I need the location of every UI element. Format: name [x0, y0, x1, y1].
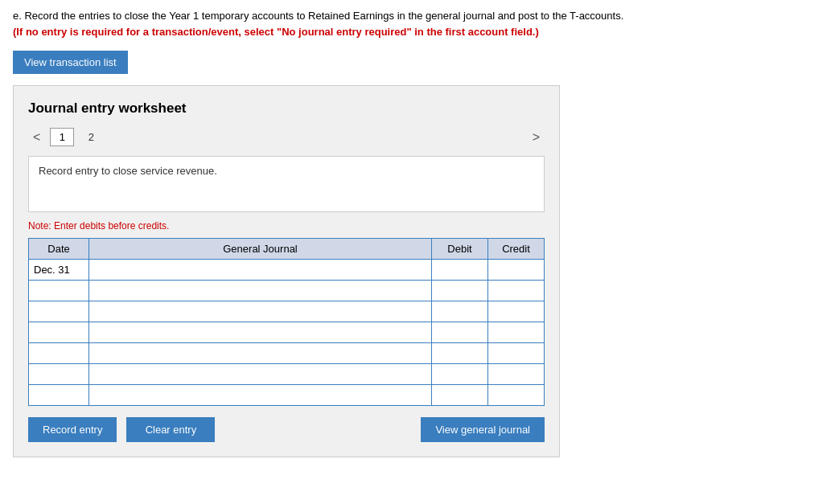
journal-cell[interactable] — [89, 322, 432, 343]
col-debit: Debit — [432, 239, 488, 260]
credit-input[interactable] — [493, 347, 539, 359]
table-row — [29, 385, 545, 406]
worksheet-title: Journal entry worksheet — [28, 100, 545, 117]
journal-input[interactable] — [94, 347, 426, 359]
date-cell: Dec. 31 — [29, 260, 89, 281]
table-row — [29, 301, 545, 322]
debit-input[interactable] — [437, 305, 483, 318]
credit-cell[interactable] — [488, 385, 545, 406]
view-transaction-list-button[interactable]: View transaction list — [13, 51, 128, 74]
col-credit: Credit — [488, 239, 545, 260]
debit-cell[interactable] — [432, 301, 488, 322]
debit-input[interactable] — [437, 285, 483, 297]
credit-input[interactable] — [493, 285, 539, 297]
nav-row: < 1 2 > — [28, 128, 545, 146]
button-row: Record entry Clear entry View general jo… — [28, 417, 545, 442]
table-row: Dec. 31 — [29, 260, 545, 281]
credit-cell[interactable] — [488, 301, 545, 322]
credit-input[interactable] — [493, 326, 539, 338]
description-box: Record entry to close service revenue. — [28, 156, 545, 212]
debit-input[interactable] — [437, 389, 483, 401]
journal-cell[interactable] — [89, 364, 432, 385]
journal-input[interactable] — [94, 285, 426, 297]
record-entry-button[interactable]: Record entry — [28, 417, 117, 442]
credit-cell[interactable] — [488, 281, 545, 301]
journal-cell[interactable] — [89, 260, 432, 281]
page-2-button[interactable]: 2 — [79, 129, 103, 145]
worksheet-container: Journal entry worksheet < 1 2 > Record e… — [13, 85, 560, 457]
credit-cell[interactable] — [488, 260, 545, 281]
col-general-journal: General Journal — [89, 239, 432, 260]
debit-cell[interactable] — [432, 281, 488, 301]
journal-input[interactable] — [94, 326, 426, 338]
instruction-bold-red: (If no entry is required for a transacti… — [13, 26, 539, 38]
debit-input[interactable] — [437, 368, 483, 380]
credit-cell[interactable] — [488, 343, 545, 364]
date-cell — [29, 281, 89, 301]
table-row — [29, 281, 545, 301]
date-cell — [29, 301, 89, 322]
debit-cell[interactable] — [432, 343, 488, 364]
clear-entry-button[interactable]: Clear entry — [126, 417, 215, 442]
journal-cell[interactable] — [89, 301, 432, 322]
credit-cell[interactable] — [488, 322, 545, 343]
table-row — [29, 343, 545, 364]
next-page-button[interactable]: > — [528, 129, 545, 146]
date-cell — [29, 385, 89, 406]
debit-input[interactable] — [437, 347, 483, 359]
view-general-journal-button[interactable]: View general journal — [421, 417, 545, 442]
date-cell — [29, 322, 89, 343]
debit-cell[interactable] — [432, 322, 488, 343]
journal-input[interactable] — [94, 368, 426, 380]
journal-input[interactable] — [94, 389, 426, 401]
col-date: Date — [29, 239, 89, 260]
credit-input[interactable] — [493, 305, 539, 318]
debit-cell[interactable] — [432, 260, 488, 281]
journal-input[interactable] — [94, 305, 426, 318]
prev-page-button[interactable]: < — [28, 129, 45, 146]
journal-input[interactable] — [94, 264, 426, 276]
table-row — [29, 322, 545, 343]
note-text: Note: Enter debits before credits. — [28, 220, 545, 232]
credit-input[interactable] — [493, 368, 539, 380]
table-row — [29, 364, 545, 385]
credit-input[interactable] — [493, 389, 539, 401]
date-cell — [29, 364, 89, 385]
journal-cell[interactable] — [89, 281, 432, 301]
instruction-text: e. Record the entries to close the Year … — [13, 8, 624, 39]
journal-cell[interactable] — [89, 385, 432, 406]
date-cell — [29, 343, 89, 364]
debit-input[interactable] — [437, 264, 483, 276]
debit-cell[interactable] — [432, 385, 488, 406]
instruction-prefix: e. Record the entries to close the Year … — [13, 10, 623, 22]
debit-input[interactable] — [437, 326, 483, 338]
journal-table: Date General Journal Debit Credit Dec. 3… — [28, 238, 545, 406]
page-1-button[interactable]: 1 — [50, 128, 74, 146]
credit-cell[interactable] — [488, 364, 545, 385]
description-text: Record entry to close service revenue. — [39, 165, 217, 177]
credit-input[interactable] — [493, 264, 539, 276]
journal-cell[interactable] — [89, 343, 432, 364]
debit-cell[interactable] — [432, 364, 488, 385]
